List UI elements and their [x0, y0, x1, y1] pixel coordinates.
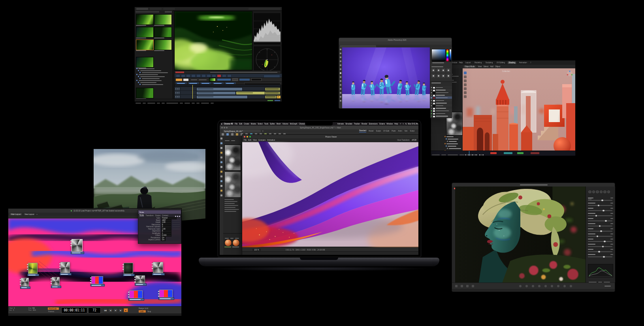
close-button[interactable]: [221, 127, 223, 128]
menubar-menu-file[interactable]: File: [235, 123, 237, 125]
flame-input-field[interactable]: [251, 78, 262, 81]
layer-visibility-eye[interactable]: [431, 110, 432, 111]
photoshop-tool-12[interactable]: [340, 92, 341, 94]
picture-viewer-image[interactable]: [242, 141, 418, 247]
field-value-harmonics[interactable]: 8: [161, 224, 171, 226]
adjustment-icon-6[interactable]: [437, 74, 441, 78]
flame-clip-thumbnail-8[interactable]: [136, 88, 154, 98]
photoshop-tool-14[interactable]: [340, 100, 341, 102]
add-layout-button[interactable]: +: [36, 213, 38, 215]
photoshop-tool-7[interactable]: [340, 72, 341, 74]
field-slider[interactable]: [173, 220, 180, 220]
flame-blue-label-chip[interactable]: [188, 82, 199, 84]
photoshop-tool-9[interactable]: [340, 80, 341, 82]
timeline-clip[interactable]: [277, 95, 281, 99]
toolbar-icon-4[interactable]: [538, 285, 540, 287]
transport-button-1[interactable]: ◀◀: [103, 308, 107, 312]
flame-transport-button-5[interactable]: [196, 74, 201, 77]
flame-orange-button[interactable]: [176, 79, 182, 81]
blender-viewport-menu-object[interactable]: Object: [495, 66, 500, 68]
field-value-seed[interactable]: 2887: [161, 219, 171, 221]
search-icon[interactable]: [403, 123, 404, 125]
field-value-harmonic-gain[interactable]: 1.80: [161, 228, 171, 230]
layer-visibility-eye[interactable]: [431, 103, 432, 104]
node-port[interactable]: [122, 266, 124, 268]
flame-transport-button-10[interactable]: [222, 74, 226, 77]
c4d-toolbar-icon-1[interactable]: [222, 133, 224, 136]
c4d-tool-4[interactable]: [220, 152, 222, 154]
minimize-button[interactable]: [224, 127, 225, 128]
adjustment-icon-8[interactable]: [446, 74, 450, 78]
props-tab-noise[interactable]: Noise: [139, 215, 144, 217]
props-tab-transform[interactable]: Transform: [146, 215, 154, 217]
adjustment-slider[interactable]: [588, 256, 612, 257]
field-slider[interactable]: [173, 224, 180, 225]
c4d-doc-tab[interactable]: SpringShapes_4K.c4d *: [224, 130, 243, 132]
c4d-tool-10[interactable]: [220, 180, 222, 182]
node-5[interactable]: [153, 262, 163, 273]
flame-clip-thumbnail-7[interactable]: [136, 57, 154, 68]
photoshop-canvas[interactable]: [342, 47, 430, 108]
blender-tool-icon-7[interactable]: [464, 95, 467, 98]
field-value-aspect-correct[interactable]: On: [161, 239, 166, 241]
zoom-level[interactable]: 100 %: [252, 249, 261, 251]
c4d-layout-tab-standard[interactable]: Standard: [359, 130, 366, 132]
flame-track-1[interactable]: [175, 87, 281, 91]
capture-tool-icon-6[interactable]: [607, 190, 610, 194]
flame-viewer-slider[interactable]: [210, 72, 277, 73]
node-port[interactable]: [20, 281, 21, 283]
photoshop-document-tab[interactable]: [339, 45, 452, 47]
flame-clip-thumbnail-3[interactable]: [136, 27, 154, 38]
c4d-tool-7[interactable]: [220, 166, 222, 168]
flame-transport-button-11[interactable]: [227, 74, 232, 77]
node-port[interactable]: [27, 266, 28, 268]
flame-tree-row[interactable]: [136, 68, 171, 69]
node-port[interactable]: [20, 279, 21, 280]
node-port[interactable]: [134, 277, 136, 278]
blender-tool-icon-2[interactable]: [464, 75, 467, 78]
photoshop-tool-6[interactable]: [340, 68, 341, 70]
layer-row-5[interactable]: [430, 96, 452, 99]
adjustment-icon-3[interactable]: [441, 68, 445, 72]
c4d-tool-12[interactable]: [220, 190, 222, 192]
node-port[interactable]: [128, 294, 129, 295]
field-value-amplitude[interactable]: 1: [161, 232, 171, 234]
node-3[interactable]: [60, 262, 70, 273]
node-port[interactable]: [128, 292, 129, 293]
adjustment-icon-5[interactable]: [431, 74, 435, 78]
field-slider[interactable]: [173, 229, 180, 229]
c4d-tool-9[interactable]: [220, 175, 222, 177]
adjustment-slider[interactable]: [588, 220, 612, 221]
picture-viewer-menu-animation[interactable]: Animation: [267, 139, 275, 141]
layer-visibility-eye[interactable]: [431, 108, 432, 109]
capture-one-adjustment-sliders[interactable]: [588, 197, 613, 258]
blender-tool-icon-4[interactable]: [464, 83, 467, 86]
menubar-menu-render[interactable]: Render: [362, 123, 367, 125]
blender-tool-icon-3[interactable]: [464, 79, 467, 82]
blender-workspace-tab-uv-editing[interactable]: UV Editing: [495, 61, 506, 64]
flame-transport-button-2[interactable]: [181, 74, 185, 77]
c4d-texture-preview-1[interactable]: [224, 145, 241, 171]
c4d-material-manager[interactable]: [223, 233, 242, 255]
timeline-clip[interactable]: [236, 91, 265, 95]
minimize-button[interactable]: [247, 136, 248, 138]
adjustment-slider[interactable]: [588, 231, 612, 232]
node-port[interactable]: [90, 277, 91, 279]
blender-tool-icon-6[interactable]: [464, 91, 467, 94]
timeline-clip[interactable]: [265, 95, 277, 99]
slider-knob[interactable]: [598, 251, 600, 253]
photoshop-tool-8[interactable]: [340, 76, 341, 78]
blender-mode-dropdown[interactable]: Object Mode: [463, 65, 476, 68]
layer-visibility-eye[interactable]: [431, 113, 432, 114]
adjustment-icon-4[interactable]: [446, 68, 450, 72]
flame-blue-label-chip[interactable]: [213, 82, 224, 84]
menubar-menu-help[interactable]: Help: [394, 123, 398, 125]
blender-tool-icon-5[interactable]: [464, 87, 467, 90]
c4d-layout-tab-sim[interactable]: Sim: [405, 130, 408, 132]
capture-tool-icon-1[interactable]: [588, 190, 591, 194]
blender-menu-help[interactable]: Help: [459, 62, 463, 64]
flame-tree-row[interactable]: [136, 82, 171, 83]
node-4[interactable]: [124, 263, 133, 274]
hue-strip[interactable]: [446, 49, 449, 62]
menubar-menu-mesh[interactable]: Mesh: [277, 123, 281, 125]
